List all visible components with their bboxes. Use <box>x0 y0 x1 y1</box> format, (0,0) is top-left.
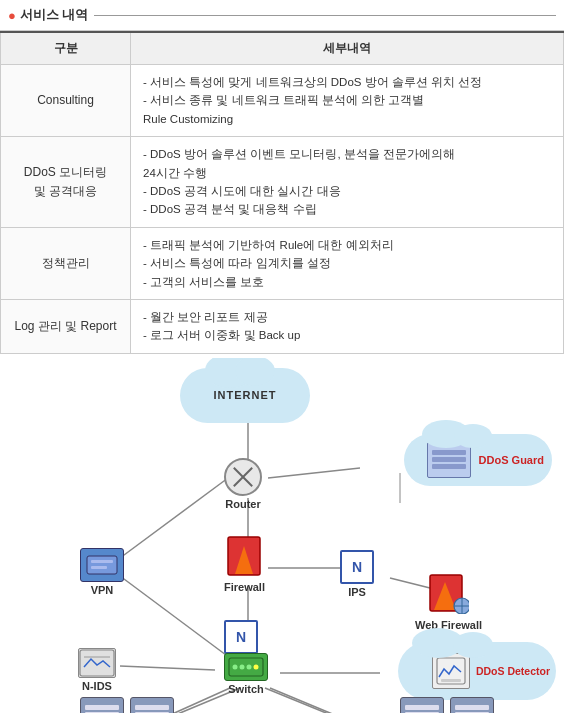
ddos-detector-icon <box>432 653 470 689</box>
table-cell-category: 정책관리 <box>1 227 131 299</box>
table-cell-detail: - 트래픽 분석에 기반하여 Rule에 대한 예외처리- 서비스 특성에 따라… <box>131 227 564 299</box>
vpn-icon <box>80 548 124 582</box>
firewall-label: Firewall <box>224 581 265 593</box>
svg-line-13 <box>270 688 390 713</box>
internet-cloud: INTERNET <box>180 368 310 423</box>
header-bullet: ● <box>8 8 16 23</box>
nids-icon <box>78 648 116 678</box>
server-right-device <box>400 697 444 713</box>
switch-icon <box>224 653 268 681</box>
table-cell-category: Log 관리 및 Report <box>1 299 131 353</box>
server-right2-icon <box>450 697 494 713</box>
table-cell-category: DDoS 모니터링및 공격대응 <box>1 137 131 228</box>
col-category: 구분 <box>1 32 131 65</box>
table-cell-detail: - 월간 보안 리포트 제공- 로그 서버 이중화 및 Back up <box>131 299 564 353</box>
ips-upper-label: IPS <box>348 586 366 598</box>
ips-lower-icon: N <box>224 620 258 654</box>
svg-line-9 <box>120 666 215 670</box>
table-cell-detail: - DDoS 방어 솔루션 이벤트 모니터링, 분석을 전문가에의해 24시간 … <box>131 137 564 228</box>
svg-point-28 <box>240 664 245 669</box>
vpn-device: VPN <box>80 548 124 596</box>
firewall-icon <box>227 536 261 579</box>
ips-upper-icon: N <box>340 550 374 584</box>
section-header: ● 서비스 내역 <box>0 0 564 31</box>
firewall-device: Firewall <box>224 536 265 593</box>
router-label: Router <box>225 498 260 510</box>
web-firewall-device: Web Firewall <box>415 574 482 631</box>
svg-rect-17 <box>91 560 113 563</box>
table-cell-category: Consulting <box>1 65 131 137</box>
svg-line-7 <box>120 576 230 658</box>
ddos-guard-label: DDoS Guard <box>479 454 544 466</box>
col-detail: 세부내역 <box>131 32 564 65</box>
server-left2-icon <box>130 697 174 713</box>
svg-point-30 <box>254 664 259 669</box>
svg-rect-34 <box>441 679 461 682</box>
ips-upper-device: N IPS <box>340 550 374 598</box>
svg-rect-31 <box>80 650 114 676</box>
ddos-detector-cloud: DDoS Detector <box>398 642 556 700</box>
nids-device: N-IDS <box>78 648 116 692</box>
svg-rect-16 <box>87 556 117 574</box>
service-table: 구분 세부내역 Consulting- 서비스 특성에 맞게 네트워크상의 DD… <box>0 31 564 354</box>
switch-device: Switch <box>224 653 268 695</box>
table-cell-detail: - 서비스 특성에 맞게 네트워크상의 DDoS 방어 솔루션 위치 선정- 서… <box>131 65 564 137</box>
server-left-icon <box>80 697 124 713</box>
svg-point-29 <box>247 664 252 669</box>
vpn-label: VPN <box>91 584 114 596</box>
header-title: 서비스 내역 <box>20 6 89 24</box>
header-line <box>94 15 556 16</box>
nids-label: N-IDS <box>82 680 112 692</box>
server-left-device <box>80 697 124 713</box>
ddos-guard-cloud: DDoS Guard <box>404 434 552 486</box>
svg-line-3 <box>120 478 228 558</box>
router-icon <box>224 458 262 496</box>
network-diagram: INTERNET Router DDoS Guard VPN Firewall … <box>0 358 564 713</box>
server-left2-device <box>130 697 174 713</box>
svg-line-1 <box>268 468 360 478</box>
web-firewall-icon <box>429 574 469 617</box>
server-right2-device <box>450 697 494 713</box>
router-device: Router <box>224 458 262 510</box>
server-right-icon <box>400 697 444 713</box>
svg-point-27 <box>233 664 238 669</box>
ddos-detector-label: DDoS Detector <box>476 665 550 677</box>
svg-rect-18 <box>91 566 107 569</box>
internet-label: INTERNET <box>214 389 277 401</box>
switch-label: Switch <box>228 683 263 695</box>
